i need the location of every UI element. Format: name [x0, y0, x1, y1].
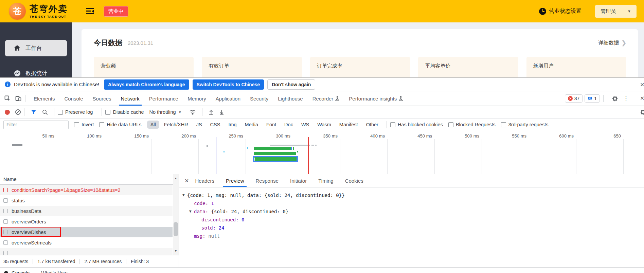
json-tree-line[interactable]: code: 1	[179, 199, 644, 207]
tab-performance[interactable]: Performance	[144, 91, 183, 106]
json-tree-line[interactable]: ▼{code: 1, msg: null, data: {sold: 24, d…	[179, 191, 644, 199]
search-icon[interactable]	[42, 109, 48, 115]
request-row[interactable]: overviewOrders	[0, 216, 173, 227]
tab-console[interactable]: Console	[60, 91, 88, 106]
tab-elements[interactable]: Elements	[29, 91, 60, 106]
details-tab-response[interactable]: Response	[254, 174, 280, 187]
tab-sources[interactable]: Sources	[88, 91, 116, 106]
switch-chinese-button[interactable]: Switch DevTools to Chinese	[193, 79, 264, 90]
detail-data-link[interactable]: 详细数据 ❯	[598, 39, 626, 47]
tab-recorder[interactable]: Recorder	[308, 91, 344, 106]
requests-scrollbar[interactable]: ▲ ▼	[173, 174, 179, 255]
tab-application[interactable]: Application	[211, 91, 245, 106]
details-tab-timing[interactable]: Timing	[317, 174, 335, 187]
expand-caret-icon[interactable]: ▼	[182, 191, 185, 199]
selected-request-bar[interactable]	[253, 156, 298, 162]
request-row[interactable]: overviewDishes	[0, 227, 173, 237]
details-tab-headers[interactable]: Headers	[194, 174, 216, 187]
scroll-down-icon[interactable]: ▼	[173, 248, 179, 254]
request-row[interactable]: overviewSetmeals	[0, 237, 173, 248]
expand-caret-icon[interactable]: ▼	[189, 207, 192, 216]
devtools-close-icon[interactable]: ✕	[640, 95, 644, 102]
json-tree-line[interactable]: sold: 24	[179, 224, 644, 232]
request-row[interactable]: businessData	[0, 206, 173, 216]
business-status-settings[interactable]: 营业状态设置	[549, 8, 582, 15]
console-messages-badge[interactable]: 1	[585, 94, 600, 103]
timeline-tick-label: 100 ms	[71, 133, 102, 139]
filter-pill-manifest[interactable]: Manifest	[336, 121, 361, 129]
request-row[interactable]: conditionSearch?page=1&pageSize=10&statu…	[0, 185, 173, 195]
request-checkbox-icon[interactable]	[3, 188, 8, 192]
request-checkbox-icon[interactable]	[3, 198, 8, 203]
filter-pill-js[interactable]: JS	[193, 121, 205, 129]
scroll-up-icon[interactable]: ▲	[173, 175, 179, 182]
device-toolbar-icon[interactable]	[15, 95, 22, 102]
dont-show-again-button[interactable]: Don't show again	[267, 79, 315, 90]
json-tree-line[interactable]: ▼data: {sold: 24, discontinued: 0}	[179, 207, 644, 216]
request-checkbox-icon[interactable]	[3, 209, 8, 213]
scrollbar-thumb[interactable]	[174, 222, 178, 236]
drawer-tab-console[interactable]: Console	[12, 270, 30, 273]
export-har-icon[interactable]	[219, 109, 224, 115]
network-overview-timeline[interactable]: 50 ms100 ms150 ms200 ms250 ms300 ms350 m…	[0, 131, 644, 174]
tab-network[interactable]: Network	[116, 91, 144, 106]
request-row[interactable]: status	[0, 195, 173, 206]
details-tab-cookies[interactable]: Cookies	[344, 174, 365, 187]
tab-performance-insights[interactable]: Performance insights	[344, 91, 408, 106]
filter-pill-all[interactable]: All	[147, 121, 159, 129]
stat-card[interactable]: 平均客单价	[418, 57, 518, 77]
user-menu-button[interactable]: 管理员 ▼	[595, 5, 637, 18]
stat-card[interactable]: 订单完成率	[310, 57, 410, 77]
record-network-log-button[interactable]	[5, 110, 10, 115]
banner-close-icon[interactable]: ✕	[640, 81, 644, 88]
filter-pill-font[interactable]: Font	[263, 121, 280, 129]
stat-card[interactable]: 有效订单	[202, 57, 302, 77]
name-column-header[interactable]: Name	[0, 174, 179, 185]
hide-data-urls-checkbox[interactable]: Hide data URLs	[99, 122, 141, 127]
match-language-button[interactable]: Always match Chrome's language	[104, 79, 189, 90]
filter-pill-doc[interactable]: Doc	[281, 121, 297, 129]
request-checkbox-icon[interactable]	[3, 219, 8, 224]
details-tab-preview[interactable]: Preview	[225, 174, 245, 187]
request-checkbox-icon[interactable]	[3, 230, 8, 234]
tab-memory[interactable]: Memory	[183, 91, 211, 106]
network-settings-gear-icon[interactable]	[640, 109, 644, 117]
filter-pill-media[interactable]: Media	[242, 121, 262, 129]
filter-funnel-icon[interactable]	[31, 109, 37, 115]
tab-lighthouse[interactable]: Lighthouse	[273, 91, 307, 106]
more-options-icon[interactable]: ⋮	[623, 95, 629, 102]
stat-card[interactable]: 营业额	[94, 57, 194, 77]
disable-cache-checkbox[interactable]: Disable cache	[105, 109, 144, 115]
filter-pill-fetchxhr[interactable]: Fetch/XHR	[161, 121, 192, 129]
clear-network-log-icon[interactable]	[15, 109, 21, 115]
json-tree-line[interactable]: discontinued: 0	[179, 216, 644, 224]
filter-pill-css[interactable]: CSS	[207, 121, 224, 129]
details-tab-initiator[interactable]: Initiator	[289, 174, 308, 187]
filter-pill-ws[interactable]: WS	[298, 121, 312, 129]
sidebar-collapse-icon[interactable]	[86, 8, 94, 14]
json-tree-line[interactable]: msg: null	[179, 232, 644, 240]
sidebar-item-workbench[interactable]: 工作台	[5, 40, 67, 56]
throttling-dropdown[interactable]: No throttling ▼	[149, 109, 181, 115]
drawer-tab-what-s-new[interactable]: What's New	[41, 270, 67, 273]
stat-card[interactable]: 新增用户	[526, 57, 626, 77]
filter-pill-other[interactable]: Other	[363, 121, 382, 129]
filter-pill-img[interactable]: Img	[225, 121, 240, 129]
filter-pill-wasm[interactable]: Wasm	[314, 121, 335, 129]
filter-check-has-blocked-cookies[interactable]: Has blocked cookies	[390, 122, 443, 127]
inspect-cursor-icon[interactable]	[4, 95, 11, 102]
import-har-icon[interactable]	[209, 109, 214, 115]
invert-checkbox[interactable]: Invert	[74, 122, 94, 127]
console-errors-badge[interactable]: 37	[565, 94, 583, 103]
request-checkbox-icon[interactable]	[3, 240, 8, 245]
tab-security[interactable]: Security	[245, 91, 273, 106]
filter-check-blocked-requests[interactable]: Blocked Requests	[448, 122, 496, 127]
network-conditions-icon[interactable]	[189, 109, 196, 115]
preserve-log-checkbox[interactable]: Preserve log	[58, 109, 93, 115]
close-details-icon[interactable]: ✕	[184, 178, 189, 184]
settings-gear-icon[interactable]	[612, 95, 618, 102]
sidebar-item-statistics[interactable]: 数据统计	[5, 65, 67, 77]
timeline-gridline	[340, 139, 340, 174]
filter-input[interactable]	[3, 121, 69, 129]
filter-check-3rd-party-requests[interactable]: 3rd-party requests	[501, 122, 549, 127]
